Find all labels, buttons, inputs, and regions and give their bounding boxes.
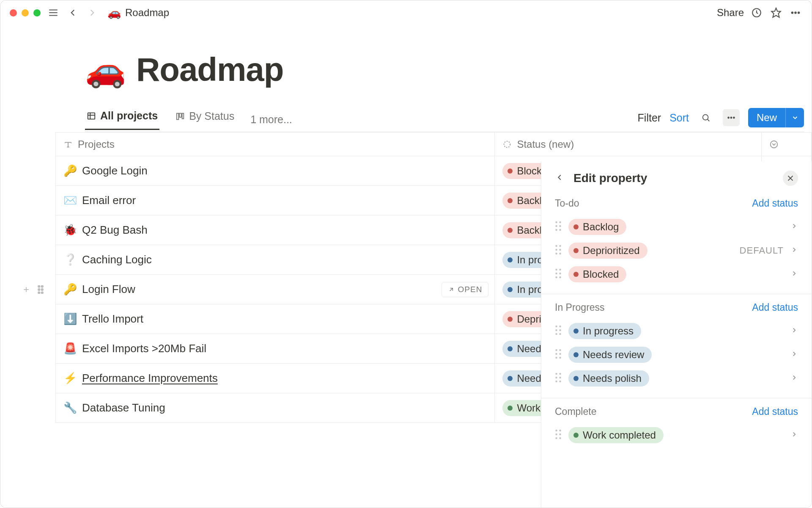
- updates-icon[interactable]: [750, 6, 763, 19]
- drag-handle-icon[interactable]: [555, 245, 562, 257]
- status-badge: Needs review: [568, 347, 652, 363]
- svg-point-39: [555, 249, 557, 251]
- svg-point-63: [555, 377, 557, 379]
- row-icon: 🔑: [63, 283, 76, 296]
- svg-rect-11: [177, 113, 179, 119]
- nav-forward-icon: [85, 6, 99, 19]
- svg-point-40: [559, 249, 561, 251]
- share-button[interactable]: Share: [717, 7, 744, 19]
- breadcrumb[interactable]: 🚗 Roadmap: [107, 6, 169, 19]
- status-option[interactable]: Needs polish: [555, 367, 798, 390]
- titlebar: 🚗 Roadmap Share: [0, 0, 812, 25]
- row-icon: 🐞: [63, 224, 76, 237]
- drag-handle-icon[interactable]: [555, 429, 562, 441]
- svg-point-25: [38, 289, 40, 290]
- status-badge: Deprioritized: [568, 243, 647, 259]
- view-bar: All projectsBy Status 1 more... Filter S…: [85, 108, 804, 132]
- row-icon: 🔧: [63, 401, 76, 414]
- status-group-title: Complete: [555, 406, 596, 417]
- svg-point-23: [38, 285, 40, 287]
- svg-point-60: [559, 357, 561, 359]
- svg-point-72: [559, 437, 561, 439]
- chevron-right-icon[interactable]: [790, 222, 798, 232]
- chevron-right-icon[interactable]: [790, 246, 798, 255]
- open-row-button[interactable]: OPEN: [442, 282, 489, 297]
- row-title: Database Tuning: [82, 401, 165, 414]
- status-badge: Blocked: [568, 266, 626, 282]
- svg-point-71: [555, 437, 557, 439]
- status-option[interactable]: Needs review: [555, 343, 798, 367]
- row-title: Trello Import: [82, 312, 143, 326]
- favorite-icon[interactable]: [769, 6, 783, 19]
- svg-point-44: [559, 269, 561, 271]
- row-icon: 🚨: [63, 342, 76, 355]
- chevron-right-icon[interactable]: [790, 350, 798, 359]
- panel-close-icon[interactable]: [783, 171, 798, 186]
- row-icon: ⚡: [63, 372, 76, 385]
- page-title-text[interactable]: Roadmap: [136, 50, 283, 89]
- column-header-next[interactable]: [761, 133, 811, 156]
- svg-point-45: [555, 273, 557, 275]
- column-header-projects[interactable]: Projects: [56, 133, 495, 156]
- nav-back-icon[interactable]: [66, 6, 80, 19]
- more-icon[interactable]: [789, 6, 802, 19]
- status-option[interactable]: Blocked: [555, 262, 798, 286]
- add-status-button[interactable]: Add status: [752, 198, 798, 209]
- view-tab-by-status[interactable]: By Status: [174, 110, 236, 129]
- breadcrumb-icon: 🚗: [107, 6, 121, 19]
- chevron-right-icon[interactable]: [790, 431, 798, 440]
- status-option[interactable]: Deprioritized DEFAULT: [555, 239, 798, 262]
- view-tab-all-projects[interactable]: All projects: [85, 110, 159, 130]
- svg-line-15: [708, 119, 710, 121]
- text-property-icon: [63, 140, 73, 149]
- page-icon[interactable]: 🚗: [85, 53, 126, 86]
- svg-point-66: [559, 381, 561, 383]
- column-header-status[interactable]: Status (new): [495, 133, 761, 156]
- svg-point-17: [731, 117, 732, 119]
- status-badge: Work completed: [568, 427, 664, 443]
- svg-point-7: [798, 12, 799, 13]
- sort-button[interactable]: Sort: [669, 112, 689, 124]
- new-button-dropdown[interactable]: [785, 108, 804, 127]
- view-options-icon[interactable]: [723, 109, 740, 126]
- svg-point-14: [703, 115, 708, 120]
- status-option[interactable]: Work completed: [555, 423, 798, 447]
- views-more[interactable]: 1 more...: [250, 113, 292, 126]
- chevron-right-icon[interactable]: [790, 374, 798, 383]
- add-status-button[interactable]: Add status: [752, 302, 798, 313]
- drag-handle-icon[interactable]: [555, 373, 562, 384]
- svg-point-47: [555, 276, 557, 279]
- search-icon[interactable]: [697, 109, 714, 126]
- chevron-right-icon[interactable]: [790, 270, 798, 279]
- chevron-right-icon[interactable]: [790, 326, 798, 336]
- minimize-window-button[interactable]: [22, 9, 29, 17]
- drag-handle-icon[interactable]: [555, 349, 562, 361]
- svg-point-62: [559, 373, 561, 375]
- svg-point-18: [733, 117, 735, 119]
- close-window-button[interactable]: [10, 9, 17, 17]
- svg-point-26: [41, 289, 43, 290]
- svg-point-32: [559, 221, 561, 224]
- svg-point-43: [555, 269, 557, 271]
- add-status-button[interactable]: Add status: [752, 406, 798, 417]
- svg-point-61: [555, 373, 557, 375]
- svg-point-56: [559, 349, 561, 351]
- svg-rect-8: [88, 113, 95, 119]
- sidebar-toggle-icon[interactable]: [47, 6, 60, 19]
- status-option[interactable]: In progress: [555, 319, 798, 343]
- status-option[interactable]: Backlog: [555, 215, 798, 239]
- new-button-label: New: [748, 108, 785, 127]
- default-label: DEFAULT: [740, 245, 784, 256]
- drag-handle-icon[interactable]: [555, 221, 562, 233]
- drag-handle-icon[interactable]: [555, 325, 562, 337]
- svg-point-48: [559, 276, 561, 279]
- row-actions[interactable]: [22, 285, 45, 294]
- svg-point-49: [555, 326, 557, 328]
- svg-point-31: [555, 221, 557, 224]
- row-title: Login Flow: [82, 283, 135, 296]
- new-button[interactable]: New: [748, 108, 804, 127]
- filter-button[interactable]: Filter: [638, 112, 661, 124]
- drag-handle-icon[interactable]: [555, 268, 562, 280]
- panel-back-icon[interactable]: [555, 173, 564, 184]
- zoom-window-button[interactable]: [33, 9, 41, 17]
